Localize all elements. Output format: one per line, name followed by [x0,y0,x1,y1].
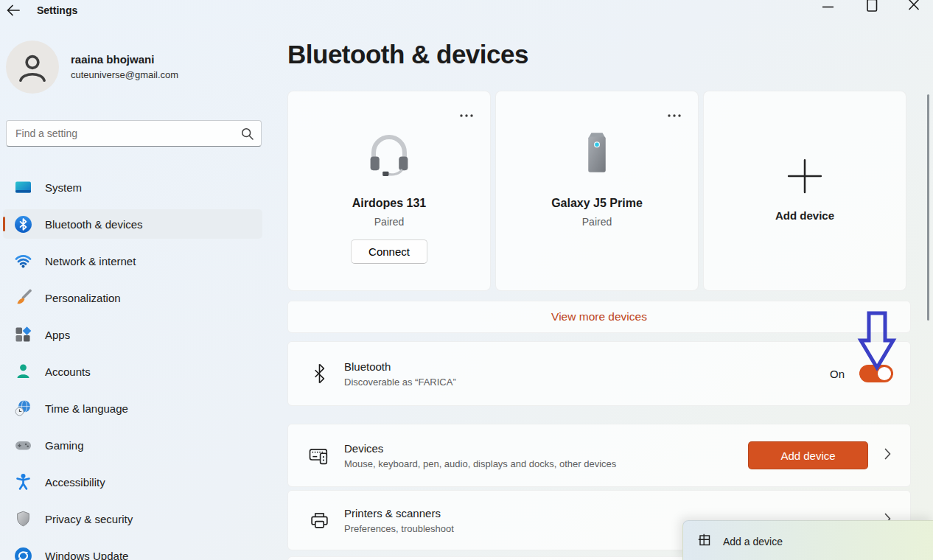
bluetooth-toggle[interactable] [859,365,893,382]
add-device-button[interactable]: Add device [748,441,868,469]
device-status: Paired [288,216,490,228]
bluetooth-row-title: Bluetooth [344,360,456,373]
sidebar-item-privacy-security[interactable]: Privacy & security [3,504,262,533]
device-card-airdopes: Airdopes 131 Paired Connect [287,91,491,291]
sidebar-nav: SystemBluetooth & devicesNetwork & inter… [3,172,262,560]
sidebar-item-label: Bluetooth & devices [45,218,143,231]
account-name: raaina bhojwani [71,53,154,66]
add-a-device-popup[interactable]: Add a device [682,520,933,560]
page-title: Bluetooth & devices [287,40,528,69]
devices-row-title: Devices [344,442,616,455]
network-icon [13,251,32,270]
time-language-icon [13,399,32,418]
sidebar-item-time-language[interactable]: Time & language [3,393,262,423]
sidebar-item-label: Network & internet [45,255,136,267]
sidebar-item-label: Apps [45,329,70,341]
device-name: Galaxy J5 Prime [496,197,698,210]
add-a-device-label: Add a device [723,536,783,547]
sidebar-item-apps[interactable]: Apps [3,320,262,349]
avatar[interactable] [6,41,59,94]
selected-accent-bar [3,217,5,231]
device-cards: Airdopes 131 Paired Connect Galaxy J5 Pr… [287,91,906,291]
accessibility-icon [13,472,32,491]
sidebar-item-label: Windows Update [45,550,128,560]
plus-icon [786,158,823,197]
devices-icon [308,446,330,465]
device-name: Airdopes 131 [288,197,490,210]
person-icon [15,50,49,84]
search-icon [241,127,254,143]
view-more-devices-link[interactable]: View more devices [287,301,911,333]
printers-row-title: Printers & scanners [344,507,454,519]
printer-icon [308,511,330,530]
maximize-icon [867,0,878,13]
minimize-icon [822,6,834,9]
windows-update-icon [13,546,32,560]
sidebar-item-personalization[interactable]: Personalization [3,283,262,312]
toggle-knob [878,367,891,380]
close-icon [908,0,920,11]
maximize-button[interactable] [861,0,883,15]
accounts-icon [13,362,32,381]
chevron-right-icon [884,448,891,463]
sidebar-item-label: Accessibility [45,476,105,489]
close-button[interactable] [903,0,925,15]
bluetooth-setting-row: Bluetooth Discoverable as “FARICA” On [287,341,911,406]
add-a-device-icon [698,533,710,549]
gaming-icon [13,435,32,455]
device-card-galaxy: Galaxy J5 Prime Paired [495,91,699,291]
add-device-card[interactable]: Add device [703,91,906,291]
apps-icon [13,325,32,344]
sidebar-item-windows-update[interactable]: Windows Update [3,541,262,560]
sidebar-item-gaming[interactable]: Gaming [3,430,262,460]
search-box[interactable] [6,120,262,147]
back-arrow-icon [6,4,21,17]
view-more-devices-label: View more devices [551,310,647,323]
sidebar-item-label: System [45,181,82,194]
personalization-icon [13,288,32,307]
sidebar-item-label: Accounts [45,365,91,378]
devices-row-subtitle: Mouse, keyboard, pen, audio, displays an… [344,458,616,469]
sidebar-item-label: Personalization [45,292,121,304]
bluetooth-row-subtitle: Discoverable as “FARICA” [344,377,456,388]
sidebar-item-label: Gaming [45,439,84,452]
sidebar-item-label: Time & language [45,402,128,415]
sidebar-item-bluetooth-devices[interactable]: Bluetooth & devices [3,209,262,239]
more-options-icon[interactable] [459,108,474,121]
more-options-icon[interactable] [667,108,682,121]
headset-icon [366,130,412,180]
system-icon [13,178,32,197]
privacy-icon [13,509,32,528]
printers-row-subtitle: Preferences, troubleshoot [344,523,454,534]
add-device-card-label: Add device [704,209,906,222]
toggle-state-label: On [830,368,845,380]
minimize-button[interactable] [817,6,839,22]
sidebar-item-accounts[interactable]: Accounts [3,357,262,386]
back-button[interactable] [6,4,22,18]
connect-button[interactable]: Connect [351,239,427,264]
sidebar-item-label: Privacy & security [45,513,133,525]
sidebar-item-accessibility[interactable]: Accessibility [3,467,262,497]
account-email: cuteuniverse@gmail.com [71,69,178,80]
search-input[interactable] [7,121,261,146]
scrollbar-thumb[interactable] [927,94,929,321]
sidebar-item-network-internet[interactable]: Network & internet [3,246,262,276]
device-status: Paired [496,216,698,228]
bluetooth-icon [13,214,32,234]
window-title: Settings [37,4,77,16]
bluetooth-glyph-icon [308,363,330,385]
devices-row[interactable]: Devices Mouse, keyboard, pen, audio, dis… [287,424,911,487]
phone-icon [575,130,619,178]
sidebar-item-system[interactable]: System [3,172,262,202]
